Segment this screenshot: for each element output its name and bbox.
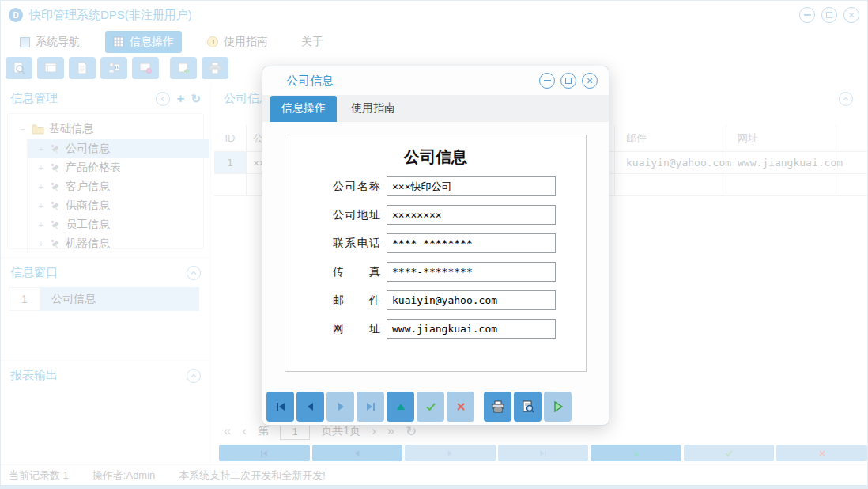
email-field[interactable] <box>387 290 556 310</box>
printer-icon <box>491 400 505 414</box>
previous-record-button[interactable] <box>296 392 324 422</box>
company-address-label: 公司地址 <box>333 208 380 222</box>
phone-field[interactable] <box>387 233 556 253</box>
run-icon <box>551 400 565 414</box>
dialog-nav-buttons <box>266 392 609 422</box>
email-label: 邮件 <box>333 294 380 308</box>
insert-icon <box>394 400 407 413</box>
print-preview-icon <box>521 400 535 414</box>
dialog-tab-info-operation[interactable]: 信息操作 <box>270 96 337 122</box>
company-info-dialog: 公司信息 × 信息操作 使用指南 公司信息 公司名称 公司地址 联系电话 <box>262 66 609 426</box>
company-name-label: 公司名称 <box>333 180 380 194</box>
dialog-tab-user-guide[interactable]: 使用指南 <box>340 96 406 122</box>
confirm-icon <box>425 400 437 413</box>
website-label: 网址 <box>333 322 380 336</box>
dialog-tabs: 信息操作 使用指南 <box>262 95 609 122</box>
website-field[interactable] <box>387 319 556 339</box>
minimize-icon <box>544 80 551 82</box>
confirm-button[interactable] <box>417 392 444 422</box>
cancel-button[interactable] <box>447 392 474 422</box>
next-record-button[interactable] <box>326 392 354 422</box>
last-record-button[interactable] <box>357 392 384 422</box>
dialog-maximize-button[interactable] <box>560 73 576 89</box>
run-button[interactable] <box>544 392 572 422</box>
dialog-close-button[interactable]: × <box>582 73 598 89</box>
fax-field[interactable] <box>387 262 556 282</box>
dialog-minimize-button[interactable] <box>539 73 555 89</box>
phone-label: 联系电话 <box>333 237 380 251</box>
company-address-field[interactable] <box>387 205 556 225</box>
maximize-icon <box>565 78 572 84</box>
close-icon: × <box>587 75 593 86</box>
last-icon <box>364 400 377 413</box>
print-button[interactable] <box>484 392 511 422</box>
dialog-title: 公司信息 <box>286 74 334 89</box>
dialog-titlebar: 公司信息 × <box>262 66 609 95</box>
print-preview-button[interactable] <box>514 392 542 422</box>
previous-icon <box>304 400 317 413</box>
app-window: D 快印管理系统DPS(非注册用户) × 系统导航 信息操作 使用指南 关于 <box>0 0 868 489</box>
form-title: 公司信息 <box>285 146 586 168</box>
dialog-controls: × <box>539 73 598 89</box>
first-icon <box>274 400 287 413</box>
fax-label: 传真 <box>333 265 380 279</box>
company-name-field[interactable] <box>387 176 556 196</box>
first-record-button[interactable] <box>266 392 294 422</box>
insert-record-button[interactable] <box>387 392 414 422</box>
next-icon <box>334 400 347 413</box>
company-info-form: 公司信息 公司名称 公司地址 联系电话 传真 邮件 网址 <box>285 135 587 372</box>
cancel-icon <box>455 400 467 413</box>
